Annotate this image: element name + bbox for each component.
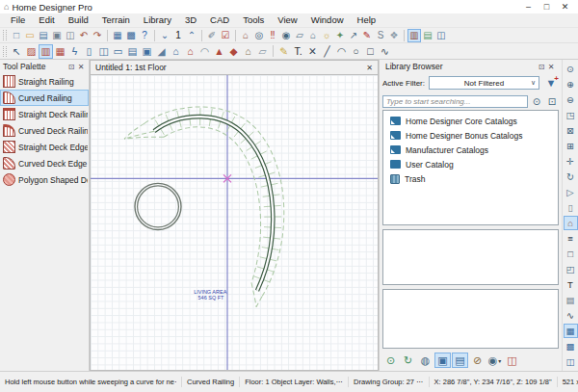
palette-item-curved-deck-railing[interactable]: Curved Deck Railing [0, 122, 89, 139]
window-tool-button[interactable]: ◫ [96, 44, 111, 59]
fill-building-button[interactable]: ⊞ [564, 139, 578, 153]
grid-snap-button[interactable]: ▦ [564, 324, 578, 338]
color-on-off-button[interactable]: ▦ [111, 29, 124, 42]
box-tool-button[interactable]: □ [363, 44, 378, 59]
wall-tool-button[interactable]: ▭ [111, 44, 125, 59]
save-button[interactable]: ▤ [37, 29, 50, 42]
redo-button[interactable]: ↷ [91, 29, 104, 42]
roof-tool-button[interactable]: ◆ [226, 44, 241, 59]
menu-tools[interactable]: Tools [236, 13, 271, 27]
camera-view-button[interactable]: ◎ [252, 29, 266, 42]
palette-item-curved-railing[interactable]: Curved Railing [0, 90, 89, 106]
spline-curve-tool-button[interactable]: ∿ [564, 308, 578, 323]
filter-funnel-icon[interactable]: ▼+ [543, 77, 559, 89]
undo-zoom-button[interactable]: ◳ [564, 108, 578, 122]
tree-item-manufacturer-catalogs[interactable]: Manufacturer Catalogs [383, 143, 558, 157]
tree-view-button[interactable]: ▣ [434, 353, 451, 368]
palette-item-curved-deck-edge[interactable]: Curved Deck Edge [0, 155, 89, 171]
tree-item-home-designer-bonus-catalogs[interactable]: Home Designer Bonus Catalogs [383, 128, 558, 143]
railing-tool-button[interactable]: ▥ [39, 44, 53, 59]
toolbar-grip[interactable] [3, 30, 7, 40]
circle-tool-button[interactable]: ○ [349, 44, 363, 59]
palette-item-straight-railing[interactable]: Straight Railing [0, 73, 89, 90]
note-tool-button[interactable]: ▤ [564, 293, 578, 307]
pin-icon[interactable]: ⊡ [66, 63, 76, 71]
floor-indicator[interactable]: 1 [171, 29, 185, 42]
elevation-view-button[interactable]: ▱ [293, 29, 306, 42]
floor-down-button[interactable]: ⌄ [158, 29, 171, 42]
spray-render-button[interactable]: ✦ [333, 29, 347, 42]
sun-shadows-button[interactable]: ☼ [320, 29, 333, 42]
dormer-tool-button[interactable]: ⌂ [241, 44, 255, 59]
palette-item-straight-deck-railing[interactable]: Straight Deck Railing [0, 106, 89, 122]
menu-build[interactable]: Build [62, 13, 95, 27]
print-button[interactable]: ▣ [50, 29, 64, 42]
menu-window[interactable]: Window [304, 13, 351, 27]
text-edit-tool[interactable]: T [564, 277, 578, 292]
record-camera-button[interactable]: ◉ [279, 29, 293, 42]
library-search-input[interactable] [382, 95, 528, 108]
zoom-in-button[interactable]: ⊕ [564, 77, 578, 91]
foundation-tool-button[interactable]: ▲ [212, 44, 226, 59]
angle-snap-button[interactable]: ▩ [564, 339, 578, 353]
tree-item-trash[interactable]: Trash [383, 171, 558, 186]
menu-cad[interactable]: CAD [203, 13, 236, 27]
search-preview-icon[interactable]: ⊡ [545, 94, 559, 108]
tab-close-icon[interactable]: ✕ [366, 64, 373, 72]
select-view-button[interactable]: ▷ [564, 185, 578, 199]
curved-railing-object[interactable] [154, 117, 273, 291]
active-camera-button[interactable]: ⌂ [564, 216, 578, 230]
tree-item-user-catalog[interactable]: User Catalog [383, 157, 558, 171]
object-snap-button[interactable]: ◫ [564, 354, 578, 369]
adjust-tools-button[interactable]: ✐ [205, 29, 219, 42]
door-tool-button[interactable]: ▯ [82, 44, 96, 59]
close-panel-icon[interactable]: ✕ [76, 63, 86, 71]
page-setup-button[interactable]: ▯ [564, 200, 578, 215]
curve-tool-button[interactable]: S [374, 29, 387, 42]
print-preview-button[interactable]: ◫ [64, 29, 77, 42]
appliance-tool-button[interactable]: ▣ [140, 44, 154, 59]
menu-library[interactable]: Library [137, 13, 178, 27]
library-browser-toggle-button[interactable]: ▥ [407, 29, 421, 42]
pan-window-button[interactable]: ✛ [564, 154, 578, 169]
color-eyedropper-button[interactable]: ✎ [360, 29, 374, 42]
sloped-railing-button[interactable]: ▨ [24, 44, 39, 59]
floor-up-button[interactable]: ⌃ [185, 29, 198, 42]
stairs-tool-button[interactable]: ◢ [154, 44, 169, 59]
toolbar-grip[interactable] [3, 46, 7, 57]
circle-object-outer[interactable] [135, 183, 181, 229]
pencil-tool-button[interactable]: ✎ [276, 44, 291, 59]
preview-options-button[interactable]: ◉▾ [486, 353, 503, 368]
tree-item-home-designer-core-catalogs[interactable]: Home Designer Core Catalogs [383, 114, 558, 128]
cabinet-tool-button[interactable]: ▤ [125, 44, 140, 59]
zoom-out-button[interactable]: ⊖ [564, 92, 578, 107]
material-painter-button[interactable]: ❖ [387, 29, 401, 42]
electrical-tool-button[interactable]: ϟ [67, 44, 82, 59]
swap-views-button[interactable]: ↻ [564, 170, 578, 184]
undo-button[interactable]: ↶ [77, 29, 91, 42]
menu-help[interactable]: Help [351, 13, 383, 27]
library-search-button[interactable]: ⊙ [382, 353, 399, 368]
minimize-button[interactable]: – [519, 1, 538, 13]
overview-button[interactable]: ⌂ [306, 29, 320, 42]
skylight-tool-button[interactable]: ▱ [255, 44, 270, 59]
help-button[interactable]: ? [138, 29, 151, 42]
zoom-button[interactable]: ⊙ [564, 62, 578, 76]
open-folder-button[interactable]: ▭ [23, 29, 37, 42]
preferences-button[interactable]: ☑ [219, 29, 232, 42]
menu-3d[interactable]: 3D [178, 13, 203, 27]
library-refresh-button[interactable]: ↻ [400, 353, 416, 368]
select-objects-button[interactable]: ↖ [10, 44, 24, 59]
menu-terrain[interactable]: Terrain [95, 13, 137, 27]
menu-edit[interactable]: Edit [32, 13, 61, 27]
new-file-button[interactable]: □ [10, 29, 23, 42]
plan-canvas[interactable]: LIVING AREA 546 SQ FT [90, 75, 379, 371]
fill-window-button[interactable]: ⊠ [564, 123, 578, 138]
close-button[interactable]: ✕ [556, 1, 574, 13]
spline-tool-button[interactable]: ∿ [378, 44, 392, 59]
line-tool-button[interactable]: ╱ [320, 44, 334, 59]
search-icon[interactable]: ⊙ [530, 94, 543, 108]
display-options-button[interactable]: ▩ [124, 29, 138, 42]
details-view-button[interactable]: ▤ [452, 353, 468, 368]
fireplace-tool-button[interactable]: ⌂ [183, 44, 197, 59]
